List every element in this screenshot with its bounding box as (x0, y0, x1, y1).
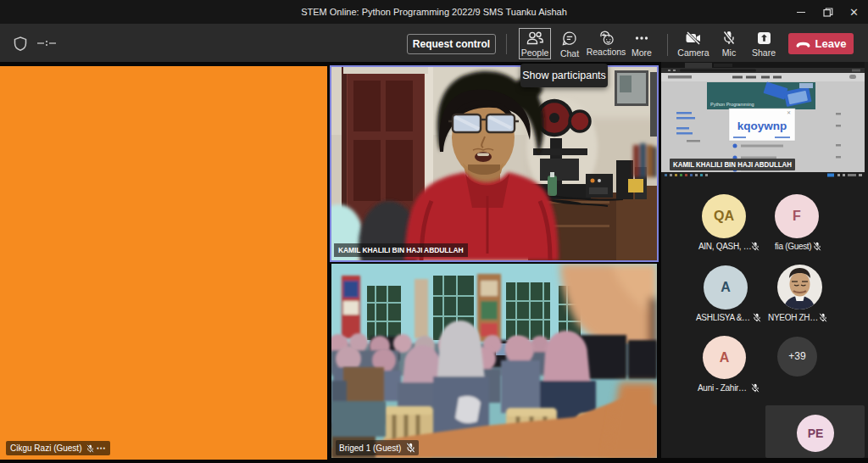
svg-text:Python Programming: Python Programming (710, 102, 754, 107)
svg-text:KAMIL KHALILI BIN HAJI ABDULLA: KAMIL KHALILI BIN HAJI ABDULLAH (673, 160, 792, 169)
svg-text:✕: ✕ (787, 110, 791, 115)
svg-text:kqoywnp: kqoywnp (737, 120, 787, 132)
